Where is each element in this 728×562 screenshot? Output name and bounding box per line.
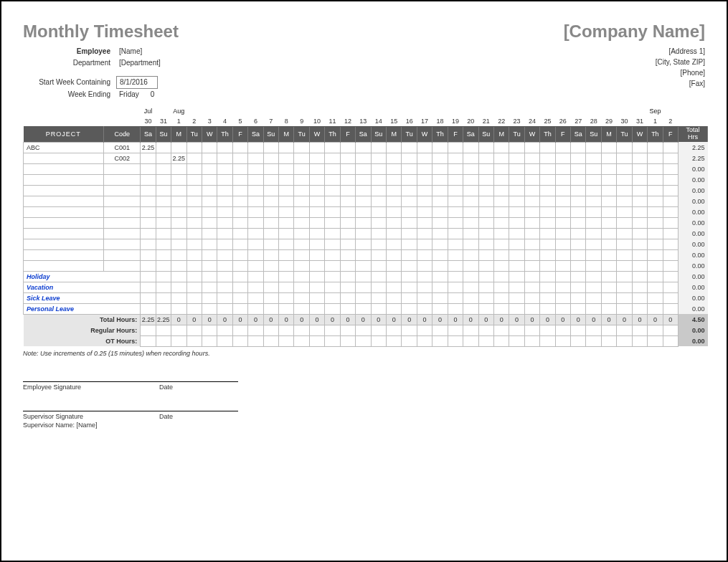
hours-cell[interactable] [371, 153, 386, 163]
employee-value[interactable]: [Name] [116, 46, 142, 57]
hours-cell[interactable] [493, 271, 509, 282]
department-value[interactable]: [Department] [116, 57, 161, 69]
totals-cell[interactable] [309, 325, 324, 335]
hours-cell[interactable] [356, 303, 371, 314]
hours-cell[interactable] [555, 196, 570, 206]
hours-cell[interactable] [432, 271, 448, 282]
hours-cell[interactable] [463, 292, 478, 303]
hours-cell[interactable] [417, 196, 432, 206]
hours-cell[interactable] [171, 303, 186, 314]
totals-cell[interactable] [232, 335, 247, 346]
hours-cell[interactable] [186, 260, 202, 271]
hours-cell[interactable] [248, 239, 263, 249]
hours-cell[interactable] [340, 217, 355, 228]
hours-cell[interactable] [356, 260, 371, 271]
hours-cell[interactable] [156, 271, 171, 282]
hours-cell[interactable] [663, 239, 678, 249]
hours-cell[interactable] [309, 217, 324, 228]
hours-cell[interactable] [586, 196, 601, 206]
hours-cell[interactable] [294, 142, 309, 153]
hours-cell[interactable] [340, 249, 355, 260]
totals-cell[interactable] [371, 335, 386, 346]
hours-cell[interactable] [555, 260, 570, 271]
hours-cell[interactable] [509, 282, 524, 292]
hours-cell[interactable] [632, 260, 647, 271]
hours-cell[interactable] [402, 292, 417, 303]
code-cell[interactable] [104, 239, 141, 249]
hours-cell[interactable] [309, 271, 324, 282]
hours-cell[interactable] [432, 249, 448, 260]
hours-cell[interactable] [371, 292, 386, 303]
hours-cell[interactable] [232, 163, 247, 174]
hours-cell[interactable] [263, 292, 278, 303]
hours-cell[interactable] [294, 282, 309, 292]
hours-cell[interactable] [524, 196, 539, 206]
code-cell[interactable] [104, 249, 141, 260]
hours-cell[interactable] [202, 271, 217, 282]
hours-cell[interactable] [186, 217, 202, 228]
hours-cell[interactable] [632, 217, 647, 228]
hours-cell[interactable] [186, 185, 202, 196]
hours-cell[interactable] [279, 142, 294, 153]
totals-cell[interactable] [601, 325, 616, 335]
hours-cell[interactable] [294, 271, 309, 282]
hours-cell[interactable] [601, 206, 616, 217]
hours-cell[interactable] [586, 228, 601, 239]
totals-cell[interactable] [417, 335, 432, 346]
hours-cell[interactable] [524, 153, 539, 163]
hours-cell[interactable] [294, 228, 309, 239]
hours-cell[interactable] [586, 239, 601, 249]
hours-cell[interactable] [156, 292, 171, 303]
hours-cell[interactable] [540, 228, 555, 239]
hours-cell[interactable] [601, 142, 616, 153]
hours-cell[interactable] [601, 282, 616, 292]
hours-cell[interactable] [248, 217, 263, 228]
hours-cell[interactable] [432, 185, 448, 196]
hours-cell[interactable] [263, 153, 278, 163]
hours-cell[interactable] [478, 185, 493, 196]
hours-cell[interactable] [571, 271, 586, 282]
hours-cell[interactable] [387, 303, 402, 314]
hours-cell[interactable] [571, 174, 586, 185]
project-cell[interactable] [24, 196, 104, 206]
hours-cell[interactable] [279, 271, 294, 282]
totals-cell[interactable] [156, 335, 171, 346]
hours-cell[interactable] [325, 153, 340, 163]
hours-cell[interactable] [325, 174, 340, 185]
hours-cell[interactable] [356, 239, 371, 249]
hours-cell[interactable] [156, 217, 171, 228]
code-cell[interactable] [104, 174, 141, 185]
hours-cell[interactable] [294, 260, 309, 271]
totals-cell[interactable] [156, 325, 171, 335]
hours-cell[interactable] [617, 303, 632, 314]
hours-cell[interactable] [217, 217, 232, 228]
hours-cell[interactable] [448, 153, 463, 163]
hours-cell[interactable] [325, 282, 340, 292]
totals-cell[interactable] [617, 335, 632, 346]
hours-cell[interactable] [617, 228, 632, 239]
hours-cell[interactable] [186, 303, 202, 314]
hours-cell[interactable] [371, 249, 386, 260]
hours-cell[interactable] [186, 228, 202, 239]
hours-cell[interactable] [571, 153, 586, 163]
hours-cell[interactable] [432, 153, 448, 163]
hours-cell[interactable] [601, 239, 616, 249]
hours-cell[interactable] [417, 185, 432, 196]
totals-cell[interactable] [232, 325, 247, 335]
hours-cell[interactable] [156, 303, 171, 314]
hours-cell[interactable] [202, 249, 217, 260]
hours-cell[interactable] [279, 206, 294, 217]
hours-cell[interactable] [663, 196, 678, 206]
hours-cell[interactable] [371, 206, 386, 217]
hours-cell[interactable] [493, 282, 509, 292]
hours-cell[interactable] [186, 282, 202, 292]
totals-cell[interactable] [402, 325, 417, 335]
hours-cell[interactable] [632, 196, 647, 206]
totals-cell[interactable] [432, 335, 448, 346]
hours-cell[interactable] [279, 239, 294, 249]
hours-cell[interactable] [171, 185, 186, 196]
hours-cell[interactable] [232, 174, 247, 185]
code-cell[interactable] [104, 260, 141, 271]
project-cell[interactable] [24, 185, 104, 196]
hours-cell[interactable] [279, 153, 294, 163]
